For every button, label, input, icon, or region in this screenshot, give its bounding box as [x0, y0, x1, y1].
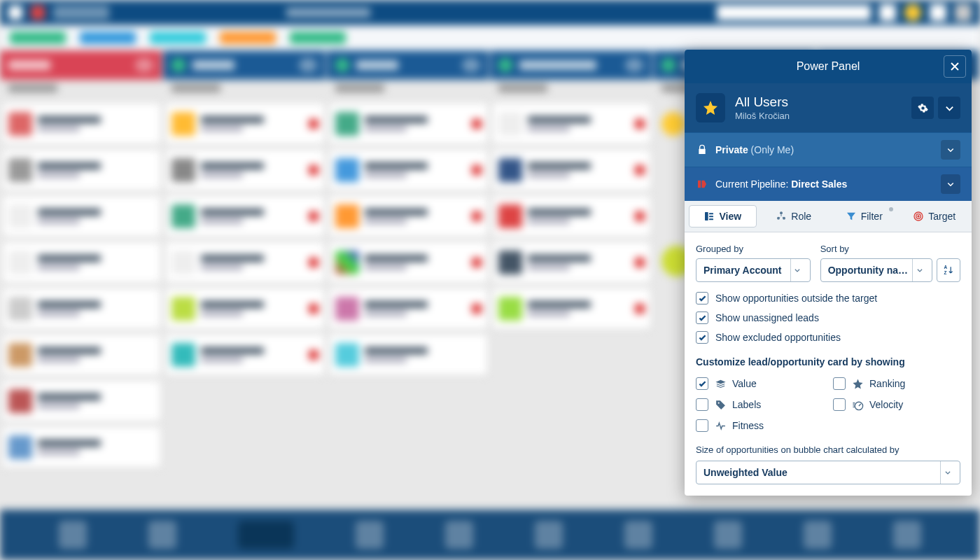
opt-labels[interactable]: Labels	[696, 398, 823, 411]
tab-target[interactable]: Target	[902, 205, 968, 227]
opt-value[interactable]: Value	[696, 377, 823, 390]
close-button[interactable]	[944, 55, 966, 78]
pipeline-icon	[696, 178, 708, 190]
sort-az-icon: AZ	[943, 265, 954, 276]
bubble-label: Size of opportunities on bubble chart ca…	[696, 444, 960, 455]
svg-rect-1	[709, 213, 713, 214]
pipeline-row[interactable]: Current Pipeline: Direct Sales	[685, 167, 972, 201]
profile-name: All Users	[735, 94, 790, 111]
opt-fitness[interactable]: Fitness	[696, 419, 823, 432]
chevron-down-icon	[940, 461, 954, 484]
svg-rect-3	[709, 218, 713, 220]
chevron-down-icon	[912, 259, 926, 281]
panel-title: Power Panel	[797, 60, 860, 73]
settings-button[interactable]	[911, 97, 934, 119]
profile-owner: Miloš Kročian	[735, 111, 790, 121]
grouped-by-label: Grouped by	[696, 244, 811, 254]
bubble-size-select[interactable]: Unweighted Value	[696, 461, 960, 484]
value-icon	[714, 377, 727, 390]
svg-text:Z: Z	[944, 270, 947, 275]
panel-body: Grouped by Primary Account Sort by Oppor…	[685, 232, 972, 496]
filter-icon	[846, 211, 857, 222]
customize-label: Customize lead/opportunity card by showi…	[696, 356, 960, 368]
tab-role[interactable]: Role	[761, 205, 827, 227]
opt-velocity[interactable]: Velocity	[833, 398, 960, 411]
fitness-icon	[714, 419, 727, 432]
svg-rect-0	[705, 212, 708, 220]
pipeline-expand[interactable]	[941, 174, 960, 194]
velocity-icon	[851, 398, 864, 411]
check-excluded-opps[interactable]: Show excluded opportunities	[696, 331, 960, 344]
sort-direction-button[interactable]: AZ	[937, 258, 960, 282]
svg-point-4	[780, 211, 783, 214]
view-icon	[704, 211, 715, 222]
gear-icon	[918, 103, 928, 113]
svg-point-12	[718, 402, 719, 403]
filter-indicator	[889, 207, 893, 211]
svg-text:A: A	[944, 265, 948, 270]
power-panel: Power Panel All Users Miloš Kročian Priv…	[685, 50, 972, 496]
chevron-down-icon	[944, 103, 955, 113]
sort-by-label: Sort by	[820, 244, 960, 254]
role-icon	[776, 211, 787, 222]
pipeline-label: Current Pipeline: Direct Sales	[715, 178, 934, 190]
close-icon	[949, 61, 960, 72]
expand-button[interactable]	[938, 97, 960, 119]
svg-rect-2	[709, 216, 713, 217]
star-icon	[696, 93, 725, 122]
panel-header: Power Panel	[685, 50, 972, 83]
svg-point-9	[918, 216, 919, 217]
tab-filter[interactable]: Filter	[831, 205, 897, 227]
tabs: View Role Filter Target	[685, 201, 972, 232]
privacy-expand[interactable]	[941, 140, 960, 160]
sort-by-select[interactable]: Opportunity na…	[820, 258, 932, 282]
privacy-row[interactable]: Private (Only Me)	[685, 132, 972, 167]
privacy-label: Private (Only Me)	[715, 144, 934, 155]
ranking-icon	[851, 377, 864, 390]
tab-view[interactable]: View	[689, 205, 757, 227]
profile-section: All Users Miloš Kročian	[685, 83, 972, 132]
check-outside-target[interactable]: Show opportunities outside the target	[696, 292, 960, 304]
opt-ranking[interactable]: Ranking	[833, 377, 960, 390]
target-icon	[913, 211, 924, 222]
chevron-down-icon	[790, 259, 804, 281]
grouped-by-select[interactable]: Primary Account	[696, 258, 811, 282]
labels-icon	[714, 398, 727, 411]
check-unassigned-leads[interactable]: Show unassigned leads	[696, 312, 960, 324]
lock-icon	[696, 144, 708, 156]
